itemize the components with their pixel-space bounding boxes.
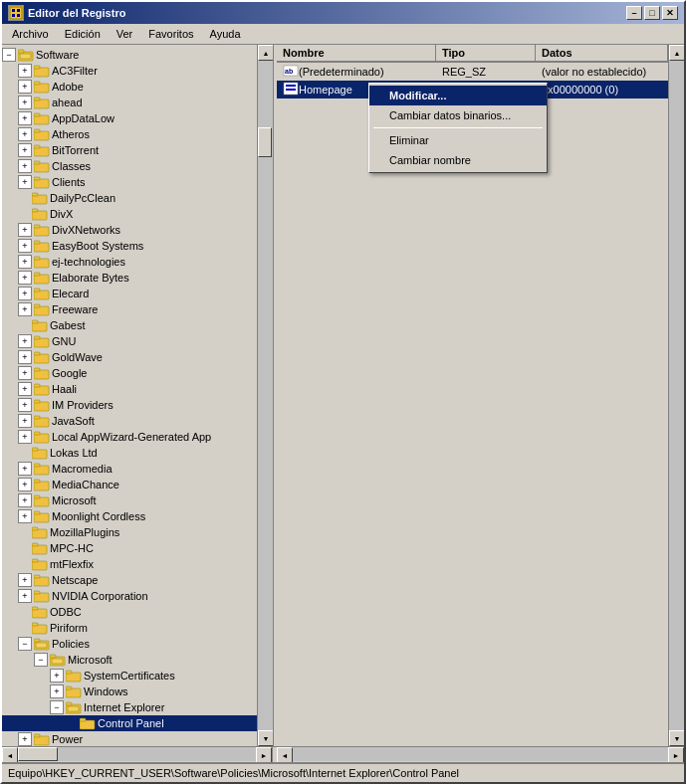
expand-btn-classes[interactable]: +	[18, 159, 32, 173]
col-header-datos[interactable]: Datos	[536, 45, 668, 61]
menu-archivo[interactable]: Archivo	[6, 26, 55, 42]
tree-item-policies[interactable]: − Policies	[2, 636, 257, 652]
expand-btn-pol-ie[interactable]: −	[50, 700, 64, 714]
tree-item-adobe[interactable]: + Adobe	[2, 79, 257, 95]
tree-item-elaborate[interactable]: + Elaborate Bytes	[2, 270, 257, 286]
expand-btn-pol-microsoft[interactable]: −	[34, 653, 48, 667]
right-h-scroll-left-btn[interactable]: ◄	[277, 747, 293, 763]
expand-btn-javasoft[interactable]: +	[18, 414, 32, 428]
col-header-tipo[interactable]: Tipo	[436, 45, 536, 61]
tree-item-gnu[interactable]: + GNU	[2, 333, 257, 349]
minimize-button[interactable]: –	[626, 6, 642, 20]
tree-item-pol-windows[interactable]: + Windows	[2, 684, 257, 699]
tree-item-haali[interactable]: + Haali	[2, 381, 257, 397]
expand-btn-divxnetworks[interactable]: +	[18, 223, 32, 237]
tree-item-pol-ie-cpanel[interactable]: Control Panel	[2, 715, 257, 731]
left-scrollbar-v[interactable]: ▲ ▼	[257, 45, 273, 746]
tree-item-freeware[interactable]: + Freeware	[2, 301, 257, 317]
tree-item-odbc[interactable]: ODBC	[2, 604, 257, 620]
scroll-up-btn[interactable]: ▲	[258, 45, 274, 61]
maximize-button[interactable]: □	[644, 6, 660, 20]
tree-item-software[interactable]: − Software	[2, 47, 257, 63]
right-content[interactable]: ab(Predeterminado)REG_SZ(valor no establ…	[277, 63, 668, 746]
tree-item-netscape[interactable]: + Netscape	[2, 572, 257, 588]
tree-item-ahead[interactable]: + ahead	[2, 95, 257, 110]
expand-btn-adobe[interactable]: +	[18, 80, 32, 94]
expand-btn-localapp[interactable]: +	[18, 430, 32, 444]
tree-item-mediachance[interactable]: + MediaChance	[2, 477, 257, 492]
right-scroll-up[interactable]: ▲	[669, 45, 684, 61]
tree-item-pol-syscerts[interactable]: + SystemCertificates	[2, 668, 257, 684]
tree-item-goldwave[interactable]: + GoldWave	[2, 349, 257, 365]
tree-item-ej[interactable]: + ej-technologies	[2, 254, 257, 270]
expand-btn-goldwave[interactable]: +	[18, 350, 32, 364]
tree-item-power[interactable]: + Power	[2, 731, 257, 746]
tree-item-google[interactable]: + Google	[2, 365, 257, 381]
tree-item-dailypcc[interactable]: DailyPcClean	[2, 190, 257, 206]
expand-btn-policies[interactable]: −	[18, 637, 32, 651]
tree-item-localapp[interactable]: + Local AppWizard-Generated App	[2, 429, 257, 445]
right-scroll-down[interactable]: ▼	[669, 730, 684, 746]
tree-item-mtflexfix[interactable]: mtFlexfix	[2, 556, 257, 572]
tree-item-pol-microsoft[interactable]: − Microsoft	[2, 652, 257, 668]
scroll-down-btn[interactable]: ▼	[258, 730, 274, 746]
expand-btn-macromedia[interactable]: +	[18, 462, 32, 476]
left-h-scroll-right-btn[interactable]: ►	[256, 747, 272, 763]
expand-btn-pol-syscerts[interactable]: +	[50, 669, 64, 683]
scroll-thumb[interactable]	[258, 127, 272, 157]
tree-item-clients[interactable]: + Clients	[2, 174, 257, 190]
expand-btn-nvidia[interactable]: +	[18, 589, 32, 603]
tree-scroll[interactable]: − Software+ AC3Filter+ Adobe+ ahead+ App…	[2, 45, 257, 746]
right-scrollbar-v[interactable]: ▲ ▼	[668, 45, 684, 746]
expand-btn-power[interactable]: +	[18, 732, 32, 746]
tree-item-gabest[interactable]: Gabest	[2, 317, 257, 333]
col-header-nombre[interactable]: Nombre	[277, 45, 436, 61]
reg-row-default[interactable]: ab(Predeterminado)REG_SZ(valor no establ…	[277, 63, 668, 81]
expand-btn-ahead[interactable]: +	[18, 96, 32, 109]
reg-row-homepage[interactable]: Homepage0x00000000 (0)	[277, 81, 668, 98]
tree-item-ac3filter[interactable]: + AC3Filter	[2, 63, 257, 79]
expand-btn-ej[interactable]: +	[18, 255, 32, 269]
tree-item-macromedia[interactable]: + Macromedia	[2, 461, 257, 477]
expand-btn-google[interactable]: +	[18, 366, 32, 380]
expand-btn-improv[interactable]: +	[18, 398, 32, 412]
menu-ver[interactable]: Ver	[111, 26, 139, 42]
expand-btn-elaborate[interactable]: +	[18, 271, 32, 285]
tree-item-javasoft[interactable]: + JavaSoft	[2, 413, 257, 429]
expand-btn-easyboot[interactable]: +	[18, 239, 32, 253]
menu-edicion[interactable]: Edición	[59, 26, 107, 42]
tree-item-elecard[interactable]: + Elecard	[2, 286, 257, 301]
expand-btn-mediachance[interactable]: +	[18, 478, 32, 491]
expand-btn-atheros[interactable]: +	[18, 127, 32, 141]
expand-btn-pol-windows[interactable]: +	[50, 685, 64, 698]
tree-item-moonlight[interactable]: + Moonlight Cordless	[2, 508, 257, 524]
menu-favoritos[interactable]: Favoritos	[142, 26, 199, 42]
expand-btn-freeware[interactable]: +	[18, 302, 32, 316]
tree-item-mozillaplugins[interactable]: MozillaPlugins	[2, 524, 257, 540]
expand-btn-software[interactable]: −	[2, 48, 16, 62]
expand-btn-elecard[interactable]: +	[18, 287, 32, 300]
tree-item-pol-ie[interactable]: − Internet Explorer	[2, 699, 257, 715]
tree-item-divx[interactable]: DivX	[2, 206, 257, 222]
tree-item-atheros[interactable]: + Atheros	[2, 126, 257, 142]
tree-item-divxnetworks[interactable]: + DivXNetworks	[2, 222, 257, 238]
expand-btn-moonlight[interactable]: +	[18, 509, 32, 523]
expand-btn-bittorrent[interactable]: +	[18, 143, 32, 157]
tree-item-mpchc[interactable]: MPC-HC	[2, 540, 257, 556]
menu-ayuda[interactable]: Ayuda	[204, 26, 247, 42]
close-button[interactable]: ✕	[662, 6, 678, 20]
left-h-scroll-thumb[interactable]	[18, 747, 58, 761]
tree-item-bittorrent[interactable]: + BitTorrent	[2, 142, 257, 158]
expand-btn-ac3filter[interactable]: +	[18, 64, 32, 78]
left-h-scroll-left-btn[interactable]: ◄	[2, 747, 18, 763]
expand-btn-haali[interactable]: +	[18, 382, 32, 396]
tree-item-appdatalow[interactable]: + AppDataLow	[2, 110, 257, 126]
expand-btn-clients[interactable]: +	[18, 175, 32, 189]
tree-item-piriform[interactable]: Piriform	[2, 620, 257, 636]
expand-btn-netscape[interactable]: +	[18, 573, 32, 587]
tree-item-lokas[interactable]: Lokas Ltd	[2, 445, 257, 461]
right-h-scroll-right-btn[interactable]: ►	[668, 747, 684, 763]
tree-item-microsoft[interactable]: + Microsoft	[2, 492, 257, 508]
tree-item-nvidia[interactable]: + NVIDIA Corporation	[2, 588, 257, 604]
tree-item-improv[interactable]: + IM Providers	[2, 397, 257, 413]
